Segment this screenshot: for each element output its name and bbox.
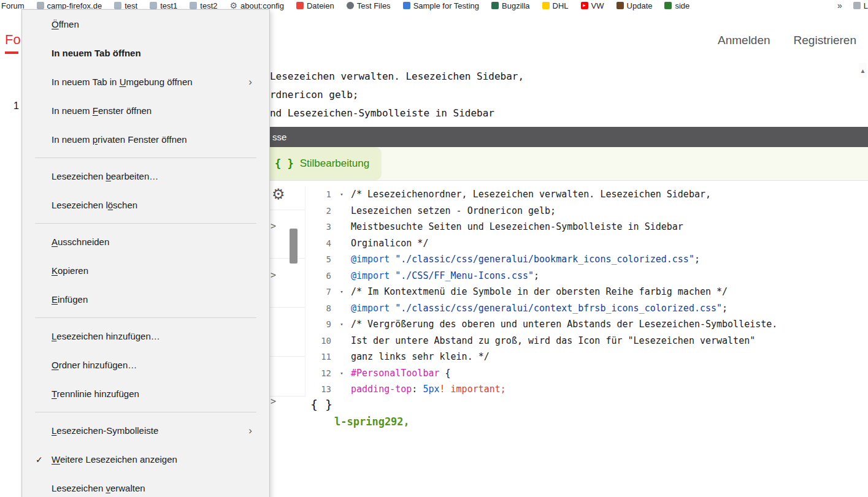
- line-number: 2: [305, 203, 334, 219]
- code-text: Meistbesuchte Seiten und Lesezeichen-Sym…: [350, 219, 683, 235]
- code-line: 13padding-top: 5px! important;: [305, 381, 868, 397]
- editor-rows: 1▾/* Lesezeichenordner, Lesezeichen verw…: [305, 186, 868, 397]
- menu-item-open-new-tab-container[interactable]: In neuem Tab in Umgebung öffnen›: [22, 67, 269, 96]
- register-link[interactable]: Registrieren: [794, 34, 856, 47]
- fold-marker-icon: ▾: [334, 284, 350, 300]
- code-line: 9▾/* Vergrößerung des oberen und unteren…: [305, 316, 868, 333]
- site-logo-underline: [5, 51, 18, 54]
- scrollbar-up-button[interactable]: ▲: [859, 63, 867, 78]
- fold-marker-icon: ▾: [334, 365, 350, 382]
- menu-item-label: Lesezeichen verwalten: [52, 483, 145, 493]
- menu-item-copy[interactable]: Kopieren: [22, 256, 269, 285]
- bookmark-label: Forum: [1, 1, 25, 10]
- login-link[interactable]: Anmelden: [718, 34, 770, 47]
- overflow-chevron-button[interactable]: »: [832, 1, 847, 10]
- fold-marker-icon: [334, 251, 350, 268]
- line-number: 9: [305, 316, 334, 333]
- menu-item-label: Öffnen: [52, 19, 79, 29]
- bookmark-item[interactable]: Update: [610, 1, 659, 10]
- menu-item-open[interactable]: Öffnen: [22, 10, 269, 39]
- fold-marker-icon: [334, 381, 350, 397]
- bookmark-label: Sample for Testing: [413, 1, 479, 10]
- fold-marker-icon: [334, 333, 350, 349]
- menu-item-label: Kopieren: [52, 265, 88, 276]
- code-line: 12▾#PersonalToolbar {: [305, 365, 868, 382]
- menu-item-label: Lesezeichen hinzufügen…: [52, 331, 160, 341]
- code-text: padding-top: 5px! important;: [350, 381, 506, 397]
- menu-separator: [35, 412, 256, 412]
- line-number: 10: [305, 333, 334, 349]
- menu-item-open-new-tab[interactable]: In neuem Tab öffnen: [22, 39, 269, 67]
- menu-item-label: Lesezeichen löschen: [52, 200, 137, 210]
- gear-icon: ⚙: [230, 1, 238, 10]
- page-icon: [37, 2, 44, 9]
- bookmark-item[interactable]: L: [847, 1, 868, 10]
- line-number: 7: [305, 284, 334, 300]
- code-text: #PersonalToolbar {: [350, 365, 451, 382]
- menu-item-paste[interactable]: Einfügen: [22, 285, 269, 314]
- code-line: 3Meistbesuchte Seiten und Lesezeichen-Sy…: [305, 219, 868, 235]
- code-line: 6@import "./CSS/FF_Menu-Icons.css";: [305, 268, 868, 284]
- bookmark-label: side: [675, 1, 689, 10]
- line-number: 6: [305, 268, 334, 284]
- expander-icon: >: [271, 396, 276, 407]
- fold-marker-icon: [334, 349, 350, 365]
- menu-item-cut[interactable]: Ausschneiden: [22, 227, 269, 256]
- code-text: /* Vergrößerung des oberen und unteren A…: [350, 316, 777, 333]
- page-icon: [853, 2, 861, 9]
- line-number: 5: [305, 251, 334, 268]
- menu-item-show-other-bookmarks[interactable]: ✓Weitere Lesezeichen anzeigen: [22, 445, 269, 474]
- submenu-arrow-icon: ›: [248, 425, 252, 437]
- inline-code-fragment: l-spring292,: [334, 415, 410, 428]
- bookmark-item[interactable]: side: [658, 1, 696, 10]
- bookmark-label: Test Files: [357, 1, 391, 10]
- menu-item-delete-bookmark[interactable]: Lesezeichen löschen: [22, 191, 269, 219]
- menu-item-add-bookmark[interactable]: Lesezeichen hinzufügen…: [22, 322, 269, 351]
- fold-marker-icon: [334, 203, 350, 219]
- site-logo[interactable]: Fo: [5, 32, 21, 48]
- line-number: 4: [305, 235, 334, 252]
- fold-marker-icon: ▾: [334, 186, 350, 203]
- code-text: /* Lesezeichenordner, Lesezeichen verwal…: [350, 186, 711, 203]
- fold-marker-icon: [334, 219, 350, 235]
- line-number: 13: [305, 381, 334, 397]
- dhl-icon: [542, 2, 550, 9]
- bookmark-item[interactable]: ▸VW: [575, 1, 610, 10]
- expander-icon: >: [271, 270, 276, 281]
- menu-item-edit-bookmark[interactable]: Lesezeichen bearbeiten…: [22, 162, 269, 191]
- menu-separator: [35, 317, 256, 318]
- menu-item-label: Ordner hinzufügen…: [52, 360, 137, 370]
- menu-item-open-new-private-window[interactable]: In neuem privaten Fenster öffnen: [22, 125, 269, 154]
- code-text: Orginalicon */: [350, 235, 428, 252]
- code-text: /* Im Kontextmenü die Symbole in der obe…: [350, 284, 728, 300]
- addon-icon: [664, 2, 672, 9]
- menu-item-label: Weitere Lesezeichen anzeigen: [52, 454, 177, 465]
- fold-marker-icon: [334, 300, 350, 317]
- menu-item-label: In neuem Tab öffnen: [52, 48, 141, 58]
- post-list-number: 1: [13, 101, 19, 112]
- menu-item-bookmarks-toolbar-submenu[interactable]: Lesezeichen-Symbolleiste›: [22, 416, 269, 445]
- bookmark-label: DHL: [553, 1, 569, 10]
- code-text: ganz links sehr klein. */: [350, 349, 490, 365]
- menu-item-manage-bookmarks[interactable]: Lesezeichen verwalten: [22, 474, 269, 497]
- auth-links: Anmelden Registrieren: [718, 34, 856, 47]
- code-text: @import "./classic/css/generalui/bookmar…: [350, 251, 700, 268]
- files-icon: [296, 2, 304, 9]
- code-line: 7▾/* Im Kontextmenü die Symbole in der o…: [305, 284, 868, 300]
- menu-item-add-folder[interactable]: Ordner hinzufügen…: [22, 351, 269, 379]
- bookmark-label: L: [864, 1, 868, 10]
- menu-item-add-separator[interactable]: Trennlinie hinzufügen: [22, 379, 269, 408]
- bookmark-item[interactable]: DHL: [536, 1, 575, 10]
- page-icon: [150, 2, 157, 9]
- menu-item-open-new-window[interactable]: In neuem Fenster öffnen: [22, 96, 269, 125]
- bookmark-item[interactable]: Test Files: [340, 1, 397, 10]
- style-editor-panel: ⚙ > > 1▾/* Lesezeichenordner, Lesezeiche…: [233, 180, 868, 397]
- bookmark-label: Bugzilla: [502, 1, 530, 10]
- address-bar-text: sse: [272, 132, 286, 142]
- page-icon: [114, 2, 121, 9]
- style-editor-row: { } Stilbearbeitung: [233, 147, 868, 180]
- bookmark-item[interactable]: Sample for Testing: [397, 1, 485, 10]
- bookmark-item[interactable]: Dateien: [290, 1, 340, 10]
- bookmark-item[interactable]: Bugzilla: [485, 1, 536, 10]
- fold-marker-icon: [334, 268, 350, 284]
